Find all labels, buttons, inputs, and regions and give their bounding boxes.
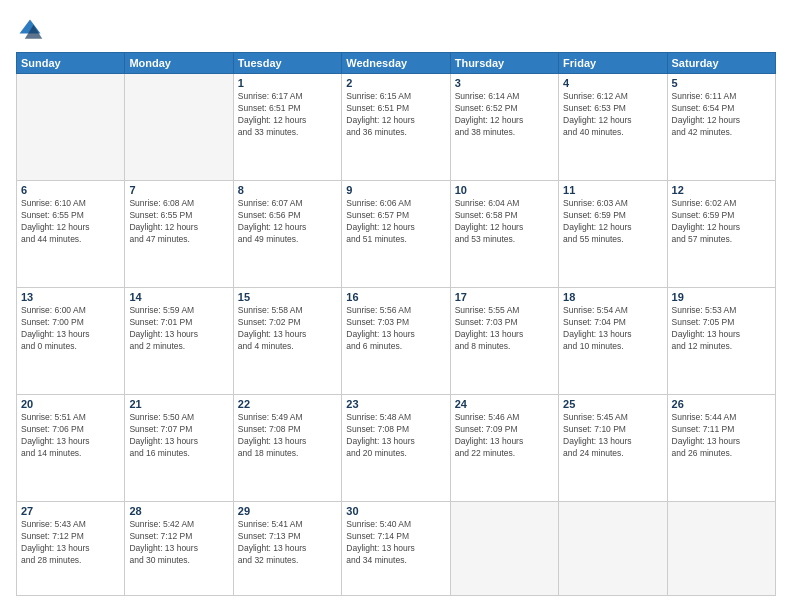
day-info: Sunrise: 5:46 AM Sunset: 7:09 PM Dayligh… [455, 412, 554, 460]
day-number: 1 [238, 77, 337, 89]
day-info: Sunrise: 5:43 AM Sunset: 7:12 PM Dayligh… [21, 519, 120, 567]
day-info: Sunrise: 6:17 AM Sunset: 6:51 PM Dayligh… [238, 91, 337, 139]
logo-icon [16, 16, 44, 44]
calendar-cell [559, 502, 667, 596]
calendar-cell: 4Sunrise: 6:12 AM Sunset: 6:53 PM Daylig… [559, 74, 667, 181]
weekday-header-monday: Monday [125, 53, 233, 74]
day-number: 27 [21, 505, 120, 517]
day-info: Sunrise: 6:03 AM Sunset: 6:59 PM Dayligh… [563, 198, 662, 246]
calendar-cell: 7Sunrise: 6:08 AM Sunset: 6:55 PM Daylig… [125, 181, 233, 288]
calendar: SundayMondayTuesdayWednesdayThursdayFrid… [16, 52, 776, 596]
calendar-cell: 8Sunrise: 6:07 AM Sunset: 6:56 PM Daylig… [233, 181, 341, 288]
day-info: Sunrise: 6:15 AM Sunset: 6:51 PM Dayligh… [346, 91, 445, 139]
calendar-cell: 6Sunrise: 6:10 AM Sunset: 6:55 PM Daylig… [17, 181, 125, 288]
calendar-cell: 11Sunrise: 6:03 AM Sunset: 6:59 PM Dayli… [559, 181, 667, 288]
day-number: 26 [672, 398, 771, 410]
week-row-4: 20Sunrise: 5:51 AM Sunset: 7:06 PM Dayli… [17, 395, 776, 502]
day-info: Sunrise: 5:49 AM Sunset: 7:08 PM Dayligh… [238, 412, 337, 460]
weekday-header-saturday: Saturday [667, 53, 775, 74]
day-info: Sunrise: 6:10 AM Sunset: 6:55 PM Dayligh… [21, 198, 120, 246]
day-info: Sunrise: 5:45 AM Sunset: 7:10 PM Dayligh… [563, 412, 662, 460]
day-info: Sunrise: 6:12 AM Sunset: 6:53 PM Dayligh… [563, 91, 662, 139]
day-number: 28 [129, 505, 228, 517]
day-number: 14 [129, 291, 228, 303]
week-row-5: 27Sunrise: 5:43 AM Sunset: 7:12 PM Dayli… [17, 502, 776, 596]
calendar-cell: 5Sunrise: 6:11 AM Sunset: 6:54 PM Daylig… [667, 74, 775, 181]
calendar-cell: 1Sunrise: 6:17 AM Sunset: 6:51 PM Daylig… [233, 74, 341, 181]
day-info: Sunrise: 5:42 AM Sunset: 7:12 PM Dayligh… [129, 519, 228, 567]
day-info: Sunrise: 5:41 AM Sunset: 7:13 PM Dayligh… [238, 519, 337, 567]
calendar-cell [667, 502, 775, 596]
day-info: Sunrise: 6:11 AM Sunset: 6:54 PM Dayligh… [672, 91, 771, 139]
calendar-cell [125, 74, 233, 181]
calendar-cell: 17Sunrise: 5:55 AM Sunset: 7:03 PM Dayli… [450, 288, 558, 395]
day-number: 5 [672, 77, 771, 89]
day-number: 13 [21, 291, 120, 303]
weekday-header-thursday: Thursday [450, 53, 558, 74]
page: SundayMondayTuesdayWednesdayThursdayFrid… [0, 0, 792, 612]
day-info: Sunrise: 6:08 AM Sunset: 6:55 PM Dayligh… [129, 198, 228, 246]
weekday-header-wednesday: Wednesday [342, 53, 450, 74]
day-number: 11 [563, 184, 662, 196]
calendar-cell: 28Sunrise: 5:42 AM Sunset: 7:12 PM Dayli… [125, 502, 233, 596]
day-info: Sunrise: 6:06 AM Sunset: 6:57 PM Dayligh… [346, 198, 445, 246]
calendar-cell: 29Sunrise: 5:41 AM Sunset: 7:13 PM Dayli… [233, 502, 341, 596]
day-info: Sunrise: 6:00 AM Sunset: 7:00 PM Dayligh… [21, 305, 120, 353]
calendar-cell: 19Sunrise: 5:53 AM Sunset: 7:05 PM Dayli… [667, 288, 775, 395]
calendar-cell: 15Sunrise: 5:58 AM Sunset: 7:02 PM Dayli… [233, 288, 341, 395]
day-info: Sunrise: 5:56 AM Sunset: 7:03 PM Dayligh… [346, 305, 445, 353]
day-number: 30 [346, 505, 445, 517]
day-number: 20 [21, 398, 120, 410]
calendar-cell: 3Sunrise: 6:14 AM Sunset: 6:52 PM Daylig… [450, 74, 558, 181]
calendar-cell: 16Sunrise: 5:56 AM Sunset: 7:03 PM Dayli… [342, 288, 450, 395]
day-number: 29 [238, 505, 337, 517]
calendar-cell: 12Sunrise: 6:02 AM Sunset: 6:59 PM Dayli… [667, 181, 775, 288]
calendar-cell [17, 74, 125, 181]
day-info: Sunrise: 5:44 AM Sunset: 7:11 PM Dayligh… [672, 412, 771, 460]
day-number: 25 [563, 398, 662, 410]
day-number: 19 [672, 291, 771, 303]
day-info: Sunrise: 5:53 AM Sunset: 7:05 PM Dayligh… [672, 305, 771, 353]
day-info: Sunrise: 6:14 AM Sunset: 6:52 PM Dayligh… [455, 91, 554, 139]
header [16, 16, 776, 44]
calendar-cell: 20Sunrise: 5:51 AM Sunset: 7:06 PM Dayli… [17, 395, 125, 502]
weekday-header-sunday: Sunday [17, 53, 125, 74]
day-number: 18 [563, 291, 662, 303]
day-info: Sunrise: 5:51 AM Sunset: 7:06 PM Dayligh… [21, 412, 120, 460]
day-info: Sunrise: 5:59 AM Sunset: 7:01 PM Dayligh… [129, 305, 228, 353]
calendar-cell: 21Sunrise: 5:50 AM Sunset: 7:07 PM Dayli… [125, 395, 233, 502]
calendar-cell: 30Sunrise: 5:40 AM Sunset: 7:14 PM Dayli… [342, 502, 450, 596]
calendar-cell: 26Sunrise: 5:44 AM Sunset: 7:11 PM Dayli… [667, 395, 775, 502]
day-number: 16 [346, 291, 445, 303]
day-info: Sunrise: 5:50 AM Sunset: 7:07 PM Dayligh… [129, 412, 228, 460]
calendar-cell: 18Sunrise: 5:54 AM Sunset: 7:04 PM Dayli… [559, 288, 667, 395]
weekday-header-friday: Friday [559, 53, 667, 74]
calendar-cell: 10Sunrise: 6:04 AM Sunset: 6:58 PM Dayli… [450, 181, 558, 288]
day-number: 3 [455, 77, 554, 89]
day-number: 4 [563, 77, 662, 89]
day-number: 7 [129, 184, 228, 196]
day-info: Sunrise: 6:07 AM Sunset: 6:56 PM Dayligh… [238, 198, 337, 246]
calendar-cell: 24Sunrise: 5:46 AM Sunset: 7:09 PM Dayli… [450, 395, 558, 502]
calendar-cell: 27Sunrise: 5:43 AM Sunset: 7:12 PM Dayli… [17, 502, 125, 596]
day-number: 9 [346, 184, 445, 196]
day-info: Sunrise: 6:04 AM Sunset: 6:58 PM Dayligh… [455, 198, 554, 246]
day-number: 8 [238, 184, 337, 196]
weekday-header-tuesday: Tuesday [233, 53, 341, 74]
day-info: Sunrise: 6:02 AM Sunset: 6:59 PM Dayligh… [672, 198, 771, 246]
calendar-cell: 13Sunrise: 6:00 AM Sunset: 7:00 PM Dayli… [17, 288, 125, 395]
day-number: 12 [672, 184, 771, 196]
day-info: Sunrise: 5:48 AM Sunset: 7:08 PM Dayligh… [346, 412, 445, 460]
calendar-cell: 22Sunrise: 5:49 AM Sunset: 7:08 PM Dayli… [233, 395, 341, 502]
day-number: 22 [238, 398, 337, 410]
week-row-2: 6Sunrise: 6:10 AM Sunset: 6:55 PM Daylig… [17, 181, 776, 288]
day-info: Sunrise: 5:55 AM Sunset: 7:03 PM Dayligh… [455, 305, 554, 353]
day-number: 6 [21, 184, 120, 196]
week-row-3: 13Sunrise: 6:00 AM Sunset: 7:00 PM Dayli… [17, 288, 776, 395]
calendar-cell: 23Sunrise: 5:48 AM Sunset: 7:08 PM Dayli… [342, 395, 450, 502]
calendar-cell: 2Sunrise: 6:15 AM Sunset: 6:51 PM Daylig… [342, 74, 450, 181]
day-info: Sunrise: 5:58 AM Sunset: 7:02 PM Dayligh… [238, 305, 337, 353]
weekday-header-row: SundayMondayTuesdayWednesdayThursdayFrid… [17, 53, 776, 74]
day-info: Sunrise: 5:54 AM Sunset: 7:04 PM Dayligh… [563, 305, 662, 353]
calendar-cell [450, 502, 558, 596]
